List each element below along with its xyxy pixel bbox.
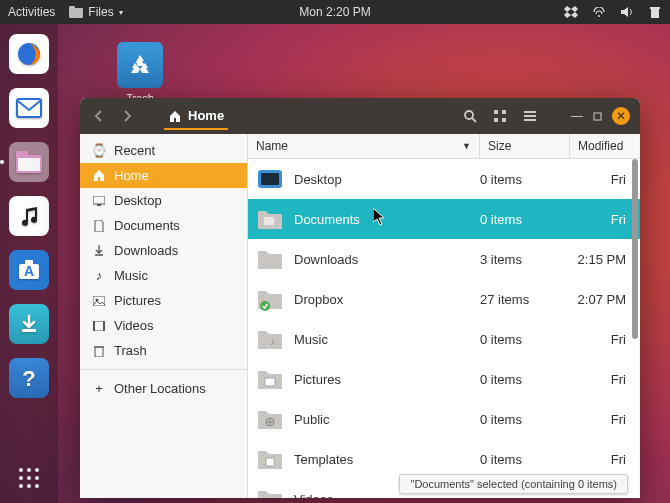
file-size: 0 items xyxy=(480,212,570,227)
network-icon[interactable] xyxy=(592,5,606,19)
file-size: 3 items xyxy=(480,252,570,267)
file-name: Public xyxy=(294,412,480,427)
sidebar-item-label: Pictures xyxy=(114,293,161,308)
sidebar-item-label: Trash xyxy=(114,343,147,358)
sidebar-item-label: Videos xyxy=(114,318,154,333)
file-modified: 2:07 PM xyxy=(570,292,632,307)
clock-icon: ⌚ xyxy=(92,143,106,158)
desktop-trash[interactable]: Trash xyxy=(110,42,170,104)
file-size: 27 items xyxy=(480,292,570,307)
sidebar-item-desktop[interactable]: Desktop xyxy=(80,188,247,213)
svg-rect-37 xyxy=(95,347,103,357)
column-headers[interactable]: Name▼ Size Modified xyxy=(248,134,640,159)
file-row-templates[interactable]: Templates 0 items Fri xyxy=(248,439,640,479)
minimize-button[interactable]: — xyxy=(572,111,582,121)
file-list[interactable]: Desktop 0 items Fri Documents 0 items Fr… xyxy=(248,159,640,498)
sidebar-item-label: Recent xyxy=(114,143,155,158)
maximize-button[interactable] xyxy=(592,111,602,121)
dock-help[interactable]: ? xyxy=(9,358,49,398)
sidebar-item-videos[interactable]: Videos xyxy=(80,313,247,338)
volume-icon[interactable] xyxy=(620,5,634,19)
column-modified[interactable]: Modified xyxy=(570,134,640,158)
app-menu[interactable]: Files ▾ xyxy=(69,5,122,19)
svg-rect-22 xyxy=(494,110,498,114)
dock-music[interactable] xyxy=(9,196,49,236)
folder-icon xyxy=(256,245,284,273)
file-name: Dropbox xyxy=(294,292,480,307)
file-row-documents[interactable]: Documents 0 items Fri xyxy=(248,199,640,239)
path-label: Home xyxy=(188,108,224,123)
svg-rect-44 xyxy=(265,378,275,386)
file-modified: Fri xyxy=(570,452,632,467)
clock[interactable]: Mon 2:20 PM xyxy=(299,5,370,19)
svg-rect-1 xyxy=(69,6,75,10)
svg-rect-40 xyxy=(261,173,279,185)
sidebar-other-locations[interactable]: +Other Locations xyxy=(80,376,247,401)
file-row-music[interactable]: ♪ Music 0 items Fri xyxy=(248,319,640,359)
svg-rect-13 xyxy=(16,151,28,158)
file-modified: Fri xyxy=(570,332,632,347)
svg-rect-25 xyxy=(502,118,506,122)
view-grid-button[interactable] xyxy=(490,109,510,123)
file-row-downloads[interactable]: Downloads 3 items 2:15 PM xyxy=(248,239,640,279)
search-button[interactable] xyxy=(460,109,480,123)
recycle-icon xyxy=(126,51,154,79)
svg-rect-11 xyxy=(17,99,41,117)
column-size[interactable]: Size xyxy=(480,134,570,158)
file-row-desktop[interactable]: Desktop 0 items Fri xyxy=(248,159,640,199)
doc-icon xyxy=(92,220,106,232)
sidebar-item-label: Other Locations xyxy=(114,381,206,396)
folder-icon xyxy=(256,485,284,498)
dropbox-folder-icon xyxy=(256,285,284,313)
svg-text:?: ? xyxy=(22,366,35,391)
titlebar[interactable]: Home — ✕ xyxy=(80,98,640,134)
apps-grid-button[interactable] xyxy=(0,453,58,503)
file-modified: 2:15 PM xyxy=(570,252,632,267)
file-name: Desktop xyxy=(294,172,480,187)
sidebar-item-pictures[interactable]: Pictures xyxy=(80,288,247,313)
dock-files[interactable] xyxy=(9,142,49,182)
dropbox-tray-icon[interactable] xyxy=(564,5,578,19)
files-window: Home — ✕ ⌚Recent Home Desktop Documents … xyxy=(80,98,640,498)
svg-line-21 xyxy=(472,118,476,122)
close-button[interactable]: ✕ xyxy=(612,107,630,125)
file-row-public[interactable]: Public 0 items Fri xyxy=(248,399,640,439)
svg-rect-35 xyxy=(93,321,95,331)
svg-text:♪: ♪ xyxy=(270,336,275,347)
trash-tray-icon[interactable] xyxy=(648,5,662,19)
dock-downloads[interactable] xyxy=(9,304,49,344)
activities-button[interactable]: Activities xyxy=(8,5,55,19)
svg-marker-5 xyxy=(571,12,578,18)
svg-marker-4 xyxy=(564,12,571,18)
svg-rect-23 xyxy=(502,110,506,114)
sidebar-item-home[interactable]: Home xyxy=(80,163,247,188)
dock-software[interactable]: A xyxy=(9,250,49,290)
sidebar-item-downloads[interactable]: Downloads xyxy=(80,238,247,263)
column-name[interactable]: Name▼ xyxy=(248,134,480,158)
sidebar-item-trash[interactable]: Trash xyxy=(80,338,247,363)
back-button[interactable] xyxy=(90,107,108,125)
dock-mail[interactable] xyxy=(9,88,49,128)
dock-firefox[interactable] xyxy=(9,34,49,74)
file-modified: Fri xyxy=(570,172,632,187)
sidebar-item-documents[interactable]: Documents xyxy=(80,213,247,238)
svg-rect-41 xyxy=(264,217,274,225)
public-folder-icon xyxy=(256,405,284,433)
download-icon xyxy=(92,245,106,257)
sidebar-item-music[interactable]: ♪Music xyxy=(80,263,247,288)
pictures-folder-icon xyxy=(256,365,284,393)
sidebar-item-recent[interactable]: ⌚Recent xyxy=(80,138,247,163)
hamburger-menu-button[interactable] xyxy=(520,110,540,122)
sidebar: ⌚Recent Home Desktop Documents Downloads… xyxy=(80,134,248,498)
file-name: Music xyxy=(294,332,480,347)
path-bar[interactable]: Home xyxy=(164,102,228,130)
svg-rect-31 xyxy=(97,204,101,206)
file-row-pictures[interactable]: Pictures 0 items Fri xyxy=(248,359,640,399)
file-row-dropbox[interactable]: Dropbox 27 items 2:07 PM xyxy=(248,279,640,319)
sidebar-item-label: Music xyxy=(114,268,148,283)
file-modified: Fri xyxy=(570,412,632,427)
forward-button[interactable] xyxy=(118,107,136,125)
music-icon: ♪ xyxy=(92,268,106,283)
scrollbar[interactable] xyxy=(632,159,638,339)
svg-rect-36 xyxy=(103,321,105,331)
